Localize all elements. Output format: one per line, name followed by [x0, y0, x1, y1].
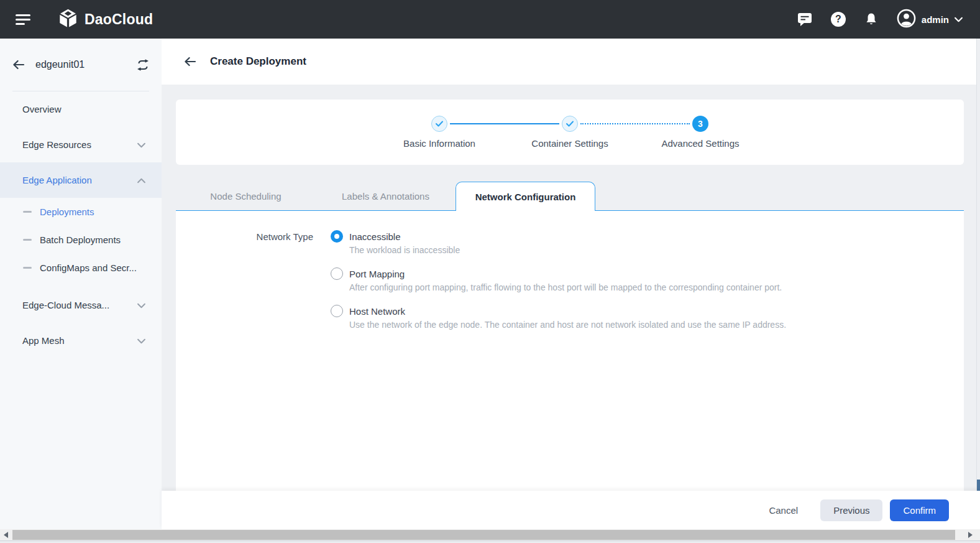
username: admin: [922, 14, 949, 25]
network-type-label: Network Type: [176, 230, 313, 342]
step-3-label: Advanced Settings: [635, 138, 766, 149]
step-connector-solid: [450, 123, 559, 124]
step-connector-dotted: [580, 123, 690, 124]
dash-icon: [23, 239, 32, 241]
sidebar-item-deployments[interactable]: Deployments: [0, 198, 162, 226]
dash-icon: [23, 211, 32, 213]
sidebar-item-configmaps-secrets[interactable]: ConfigMaps and Secr...: [0, 254, 162, 282]
brand-name: DaoCloud: [85, 11, 153, 28]
sidebar-item-edge-application[interactable]: Edge Application: [0, 162, 162, 198]
step-1-check-icon: [431, 116, 447, 132]
radio-option-host-network[interactable]: Host Network Use the network of the edge…: [331, 305, 786, 330]
scroll-right-arrow-icon[interactable]: [964, 529, 976, 541]
sidebar-title: edgeunit01: [35, 59, 137, 70]
vertical-scrollbar[interactable]: [976, 39, 980, 529]
previous-button[interactable]: Previous: [820, 499, 882, 521]
bell-icon[interactable]: [864, 12, 878, 26]
sidebar-item-app-mesh[interactable]: App Mesh: [0, 323, 162, 358]
main-area: Create Deployment 3 Basic Informatio: [162, 39, 980, 529]
hamburger-menu-icon[interactable]: [16, 12, 30, 27]
chevron-down-icon: [137, 300, 145, 310]
daocloud-cube-icon: [58, 8, 78, 31]
step-2-label: Container Settings: [505, 138, 635, 149]
step-3-number: 3: [692, 116, 708, 132]
page-header: Create Deployment: [162, 39, 980, 85]
chevron-down-icon: [955, 14, 963, 25]
message-icon[interactable]: [797, 12, 812, 27]
topbar: DaoCloud ?: [0, 0, 980, 39]
radio-option-inaccessible[interactable]: Inaccessible The workload is inaccessibl…: [331, 230, 786, 255]
radio-button-port-mapping[interactable]: [331, 267, 343, 280]
dash-icon: [23, 267, 32, 269]
radio-button-host-network[interactable]: [331, 305, 343, 317]
step-2-check-icon: [562, 116, 578, 132]
chevron-up-icon: [137, 175, 145, 185]
network-configuration-panel: Network Type Inaccessible The workload i…: [176, 211, 964, 491]
radio-option-port-mapping[interactable]: Port Mapping After configuring port mapp…: [331, 267, 786, 292]
step-1-label: Basic Information: [374, 138, 505, 149]
stepper: 3 Basic Information Container Settings A…: [176, 100, 964, 165]
tab-bar: Node Scheduling Labels & Annotations Net…: [176, 182, 964, 211]
chevron-down-icon: [137, 335, 145, 346]
confirm-button[interactable]: Confirm: [890, 499, 949, 521]
option-description: The workload is inaccessible: [349, 245, 786, 255]
chevron-down-icon: [137, 139, 145, 150]
page-back-arrow-icon[interactable]: [184, 57, 196, 67]
sidebar-item-batch-deployments[interactable]: Batch Deployments: [0, 226, 162, 254]
option-description: After configuring port mapping, traffic …: [349, 282, 786, 292]
sidebar-item-edge-cloud-message[interactable]: Edge-Cloud Messa...: [0, 287, 162, 323]
avatar-icon: [897, 9, 916, 30]
radio-button-inaccessible[interactable]: [331, 230, 343, 243]
cancel-button[interactable]: Cancel: [769, 505, 798, 516]
sidebar: edgeunit01 Overview Edge Resources Edge …: [0, 39, 162, 529]
horizontal-scrollbar[interactable]: [0, 529, 980, 541]
sidebar-item-edge-resources[interactable]: Edge Resources: [0, 127, 162, 162]
user-menu[interactable]: admin: [897, 9, 963, 30]
tab-node-scheduling[interactable]: Node Scheduling: [176, 182, 316, 210]
refresh-icon[interactable]: [137, 59, 149, 71]
horizontal-scrollbar-thumb[interactable]: [12, 530, 955, 540]
daocloud-logo[interactable]: DaoCloud: [58, 8, 153, 31]
sidebar-item-overview[interactable]: Overview: [0, 91, 162, 127]
action-footer: Cancel Previous Confirm: [162, 491, 980, 529]
scroll-left-arrow-icon[interactable]: [0, 529, 11, 541]
option-description: Use the network of the edge node. The co…: [349, 320, 786, 330]
bottom-edge: [0, 541, 980, 543]
sidebar-back-arrow-icon[interactable]: [12, 60, 25, 70]
tab-network-configuration[interactable]: Network Configuration: [456, 182, 595, 211]
page-title: Create Deployment: [210, 55, 306, 68]
tab-labels-annotations[interactable]: Labels & Annotations: [316, 182, 456, 210]
help-icon[interactable]: ?: [831, 12, 846, 27]
